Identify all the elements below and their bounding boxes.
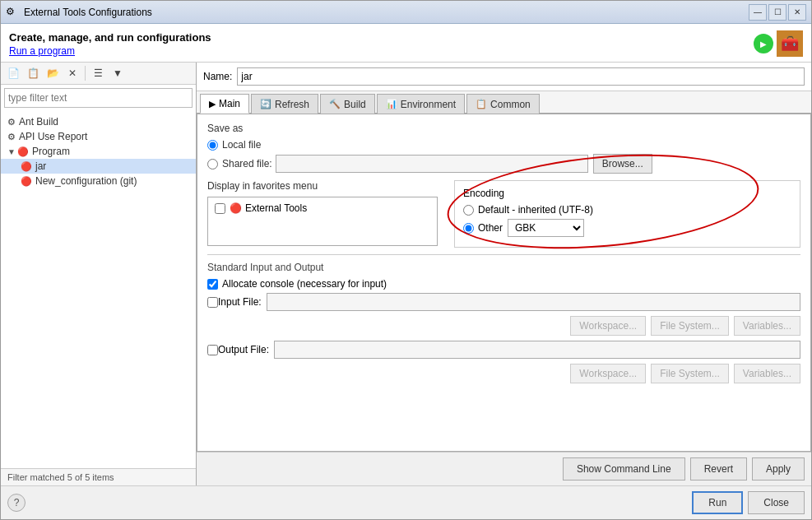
output-file-btn-row: Workspace... File System... Variables... bbox=[207, 364, 800, 383]
build-tab-label: Build bbox=[344, 99, 366, 110]
main-tab-icon: ▶ bbox=[209, 99, 216, 109]
program-toggle[interactable]: ▼ bbox=[7, 147, 16, 156]
common-tab-label: Common bbox=[490, 99, 531, 110]
filter-input[interactable] bbox=[4, 88, 193, 108]
output-variables-button[interactable]: Variables... bbox=[734, 364, 800, 383]
jar-label: jar bbox=[35, 160, 46, 172]
run-button[interactable]: Run bbox=[692, 491, 743, 514]
name-label: Name: bbox=[203, 71, 232, 82]
apply-button[interactable]: Apply bbox=[752, 457, 805, 481]
allocate-console-checkbox[interactable] bbox=[207, 279, 218, 290]
tab-main[interactable]: ▶ Main bbox=[200, 94, 249, 114]
two-col-area: Display in favorites menu 🔴 External Too… bbox=[207, 180, 800, 248]
local-file-row: Local file bbox=[207, 139, 800, 151]
delete-config-button[interactable]: ✕ bbox=[63, 64, 81, 82]
new-config-button[interactable]: 📄 bbox=[4, 64, 22, 82]
close-button[interactable]: ✕ bbox=[788, 4, 806, 21]
tab-build[interactable]: 🔨 Build bbox=[320, 94, 375, 114]
output-file-label: Output File: bbox=[218, 344, 269, 355]
output-file-row: Output File: bbox=[207, 341, 800, 359]
output-file-system-button[interactable]: File System... bbox=[651, 364, 729, 383]
move-config-button[interactable]: 📂 bbox=[44, 64, 62, 82]
output-workspace-button[interactable]: Workspace... bbox=[570, 364, 646, 383]
input-variables-button[interactable]: Variables... bbox=[734, 316, 800, 336]
content-area: Save as Local file Shared file: Browse..… bbox=[197, 114, 811, 452]
external-tools-label: External Tools bbox=[245, 202, 307, 214]
default-encoding-label: Default - inherited (UTF-8) bbox=[478, 204, 593, 216]
filter-options-button[interactable]: ▼ bbox=[109, 64, 127, 82]
main-window: ⚙ External Tools Configurations — ☐ ✕ Cr… bbox=[0, 0, 812, 520]
dialog-buttons: Run Close bbox=[692, 491, 805, 514]
encoding-select[interactable]: GBK UTF-8 ISO-8859-1 US-ASCII bbox=[508, 219, 584, 237]
header-area: Create, manage, and run configurations R… bbox=[1, 24, 811, 63]
header-left: Create, manage, and run configurations R… bbox=[9, 31, 211, 57]
input-file-input[interactable] bbox=[267, 293, 800, 311]
program-label: Program bbox=[32, 146, 70, 157]
header-title: Create, manage, and run configurations bbox=[9, 31, 211, 44]
input-file-btn-row: Workspace... File System... Variables... bbox=[207, 316, 800, 336]
encoding-section: Encoding Default - inherited (UTF-8) Oth… bbox=[454, 180, 800, 248]
api-use-report-label: API Use Report bbox=[19, 131, 87, 142]
input-file-checkbox[interactable] bbox=[207, 297, 218, 308]
toolbar-separator bbox=[85, 66, 86, 81]
shared-file-label: Shared file: bbox=[222, 158, 272, 169]
minimize-button[interactable]: — bbox=[749, 4, 767, 21]
show-command-line-button[interactable]: Show Command Line bbox=[563, 457, 685, 481]
copy-config-button[interactable]: 📋 bbox=[24, 64, 42, 82]
revert-button[interactable]: Revert bbox=[690, 457, 747, 481]
other-encoding-radio[interactable] bbox=[463, 223, 474, 234]
tree-item-api-use-report[interactable]: ⚙ API Use Report bbox=[1, 129, 196, 144]
filter-status-text: Filter matched 5 of 5 items bbox=[7, 472, 114, 482]
default-encoding-radio[interactable] bbox=[463, 205, 474, 216]
local-file-label: Local file bbox=[222, 139, 261, 151]
refresh-tab-icon: 🔄 bbox=[260, 99, 271, 109]
tree-item-new-configuration[interactable]: 🔴 New_configuration (git) bbox=[1, 174, 196, 188]
tree-item-ant-build[interactable]: ⚙ Ant Build bbox=[1, 114, 196, 129]
shared-file-radio[interactable] bbox=[207, 159, 218, 169]
name-input[interactable] bbox=[237, 67, 805, 86]
titlebar-controls: — ☐ ✕ bbox=[749, 4, 806, 21]
shared-file-input[interactable] bbox=[276, 155, 588, 173]
window-title: External Tools Configurations bbox=[24, 7, 749, 18]
local-file-radio[interactable] bbox=[207, 140, 218, 151]
environment-tab-label: Environment bbox=[401, 99, 456, 110]
allocate-console-label: Allocate console (necessary for input) bbox=[222, 278, 387, 290]
output-file-checkbox[interactable] bbox=[207, 345, 218, 355]
tree-item-jar[interactable]: 🔴 jar bbox=[1, 159, 196, 174]
display-favorites-label: Display in favorites menu bbox=[207, 180, 438, 192]
browse-button[interactable]: Browse... bbox=[593, 154, 652, 174]
window-icon: ⚙ bbox=[6, 6, 19, 19]
maximize-button[interactable]: ☐ bbox=[768, 4, 786, 21]
external-tools-item[interactable]: 🔴 External Tools bbox=[211, 201, 434, 216]
tab-refresh[interactable]: 🔄 Refresh bbox=[251, 94, 318, 114]
right-panel: Name: ▶ Main 🔄 Refresh 🔨 Build 📊 bbox=[197, 63, 811, 485]
tab-common[interactable]: 📋 Common bbox=[466, 94, 540, 114]
favorites-section: Display in favorites menu 🔴 External Too… bbox=[207, 180, 438, 248]
header-right: ▶ 🧰 bbox=[754, 30, 803, 57]
shared-file-row: Shared file: Browse... bbox=[207, 154, 800, 174]
action-bar: Show Command Line Revert Apply bbox=[197, 452, 811, 485]
help-button[interactable]: ? bbox=[7, 494, 26, 512]
favorites-box: 🔴 External Tools bbox=[207, 197, 438, 246]
encoding-label: Encoding bbox=[463, 188, 791, 199]
dialog-bar: ? Run Close bbox=[1, 485, 811, 519]
tabs-bar: ▶ Main 🔄 Refresh 🔨 Build 📊 Environment 📋 bbox=[197, 91, 811, 114]
external-tools-checkbox[interactable] bbox=[215, 203, 225, 214]
close-dialog-button[interactable]: Close bbox=[748, 491, 805, 514]
build-tab-icon: 🔨 bbox=[329, 99, 341, 109]
run-a-program-link[interactable]: Run a program bbox=[9, 45, 211, 57]
left-toolbar: 📄 📋 📂 ✕ ☰ ▼ bbox=[1, 63, 196, 85]
tree-item-program[interactable]: ▼ 🔴 Program bbox=[1, 144, 196, 159]
input-file-label: Input File: bbox=[218, 296, 262, 308]
output-file-input[interactable] bbox=[274, 341, 800, 359]
new-config-icon: 🔴 bbox=[21, 176, 32, 187]
filter-button[interactable]: ☰ bbox=[89, 64, 107, 82]
environment-tab-icon: 📊 bbox=[386, 99, 397, 109]
input-workspace-button[interactable]: Workspace... bbox=[570, 316, 646, 336]
input-file-system-button[interactable]: File System... bbox=[651, 316, 729, 336]
ant-build-label: Ant Build bbox=[19, 116, 58, 128]
tab-environment[interactable]: 📊 Environment bbox=[377, 94, 465, 114]
toolbox-icon: 🧰 bbox=[777, 30, 803, 57]
name-row: Name: bbox=[197, 63, 811, 91]
api-use-report-icon: ⚙ bbox=[7, 132, 16, 142]
